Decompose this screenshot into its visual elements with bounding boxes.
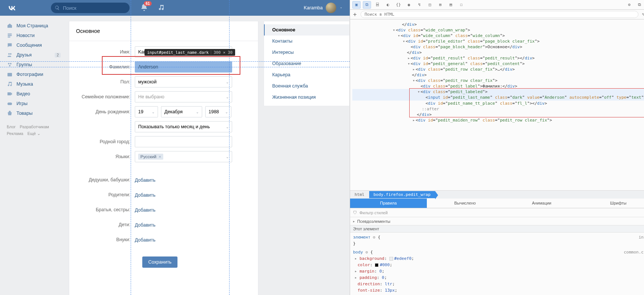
search-icon xyxy=(55,5,60,10)
svg-point-1 xyxy=(10,53,12,55)
svg-point-4 xyxy=(9,65,10,67)
surname-input[interactable] xyxy=(135,61,232,73)
bd-show-select[interactable]: Показывать только месяц и день⌄ xyxy=(135,121,232,132)
nav-item-news[interactable]: Новости xyxy=(7,31,67,40)
languages-select[interactable]: Русский×⌄ xyxy=(135,151,232,162)
music-icon xyxy=(7,81,13,87)
add-children[interactable]: Добавить xyxy=(135,222,155,228)
devtools-panel: ▣ ⧉ ⌸ ◐ {} ◉ ↯ ◫ ⊞ ▤ ☐ ⚙ ⧉ ✕ + ✎ 👁 </ xyxy=(350,0,644,295)
marital-select[interactable]: Не выбрано⌄ xyxy=(135,91,232,102)
tool-button[interactable]: ◫ xyxy=(426,1,434,9)
css-rules: элемент ⊙ {inline } body ⊙ {common.css:1… xyxy=(350,233,644,295)
pseudo-section[interactable]: ▸Псевдоэлементы xyxy=(350,217,644,225)
add-grandchildren[interactable]: Добавить xyxy=(135,237,155,243)
new-node-button[interactable]: + xyxy=(353,11,357,18)
nav-item-photo[interactable]: Фотографии xyxy=(7,70,67,79)
nav-item-groups[interactable]: Группы xyxy=(7,60,67,70)
profile-edit-panel: Основное Имя: Фамилия: Пол: мужской⌄ Сем… xyxy=(69,21,258,295)
nav-item-music[interactable]: Музыка xyxy=(7,79,67,89)
games-icon xyxy=(7,101,13,107)
chevron-down-icon xyxy=(339,6,343,10)
home-icon xyxy=(7,23,13,29)
devtools-toolbar: ▣ ⧉ ⌸ ◐ {} ◉ ↯ ◫ ⊞ ▤ ☐ ⚙ ⧉ ✕ xyxy=(350,0,644,10)
settings-tab[interactable]: Военная служба xyxy=(264,80,349,92)
tool-button[interactable]: ↯ xyxy=(415,1,423,9)
tool-button[interactable]: ◐ xyxy=(384,1,392,9)
style-tab[interactable]: Шрифты xyxy=(580,199,644,208)
add-grandparents[interactable]: Добавить xyxy=(135,178,155,183)
label-grandparents: Дедушки, бабушки: xyxy=(77,177,135,182)
settings-tabs: ОсновноеКонтактыИнтересыОбразованиеКарье… xyxy=(264,21,350,106)
groups-icon xyxy=(7,62,13,68)
tool-button[interactable]: ▤ xyxy=(447,1,455,9)
svg-point-2 xyxy=(8,63,9,64)
bd-month-select[interactable]: Декабря⌄ xyxy=(161,106,202,117)
left-nav: Моя СтраницаНовостиСообщенияДрузья2Групп… xyxy=(0,21,67,295)
settings-button[interactable]: ⚙ xyxy=(625,1,633,9)
notifications-button[interactable]: 61 xyxy=(140,3,148,13)
photo-icon xyxy=(7,71,13,77)
music-button[interactable] xyxy=(158,4,165,12)
tool-button[interactable]: ◉ xyxy=(405,1,413,9)
section-header: Этот элемент xyxy=(350,225,644,233)
breadcrumb-item[interactable]: html xyxy=(350,191,369,198)
save-button[interactable]: Сохранить xyxy=(142,256,177,268)
nav-item-friends[interactable]: Друзья2 xyxy=(7,50,67,60)
nav-item-msg[interactable]: Сообщения xyxy=(7,40,67,50)
settings-tab[interactable]: Интересы xyxy=(264,47,349,58)
inspector-tooltip: input#pedit_last_name.dark300 × 30 xyxy=(145,49,235,56)
video-icon xyxy=(7,91,13,97)
inspector-pick-button[interactable]: ▣ xyxy=(352,1,361,9)
style-tabs: ПравилаВычисленоАнимацииШрифты xyxy=(350,199,644,208)
search-input[interactable]: Поиск xyxy=(51,3,130,13)
edit-button[interactable]: ✎ xyxy=(642,12,644,17)
style-tab[interactable]: Анимации xyxy=(503,199,580,208)
hometown-input[interactable] xyxy=(135,136,232,147)
settings-tab[interactable]: Карьера xyxy=(264,69,349,80)
news-icon xyxy=(7,33,13,39)
nav-item-home[interactable]: Моя Страница xyxy=(7,21,67,31)
settings-tab[interactable]: Контакты xyxy=(264,36,349,47)
label-grandchildren: Внуки: xyxy=(77,237,135,242)
svg-rect-8 xyxy=(7,102,12,105)
tool-button[interactable]: ⊞ xyxy=(436,1,444,9)
tool-button[interactable]: {} xyxy=(394,1,402,9)
dom-tree[interactable]: </div> ▾<div class="wide_column_wrap"> ▾… xyxy=(350,19,644,190)
html-search-input[interactable] xyxy=(361,11,638,18)
label-surname: Фамилия: xyxy=(77,64,135,70)
dock-button[interactable]: ⧉ xyxy=(635,1,644,9)
svg-rect-7 xyxy=(7,92,11,95)
nav-item-market[interactable]: Товары xyxy=(7,108,67,118)
notification-badge: 61 xyxy=(144,1,152,6)
svg-point-3 xyxy=(10,63,12,64)
style-filter[interactable]: ⛉Фильтр стилей + xyxy=(350,208,644,217)
tool-button[interactable]: ☐ xyxy=(457,1,465,9)
breadcrumb: htmlbody.firefox.pedit_wrap xyxy=(350,190,644,199)
bd-day-select[interactable]: 19⌄ xyxy=(135,106,158,117)
settings-tab[interactable]: Образование xyxy=(264,58,349,69)
remove-tag-icon[interactable]: × xyxy=(159,154,161,159)
tool-button[interactable]: ⌸ xyxy=(373,1,382,9)
label-hometown: Родной город: xyxy=(77,139,135,144)
svg-point-6 xyxy=(9,74,10,76)
bd-year-select[interactable]: 1988⌄ xyxy=(205,106,231,117)
user-menu[interactable]: Karamba xyxy=(304,3,343,13)
nav-item-video[interactable]: Видео xyxy=(7,89,67,99)
label-name: Имя: xyxy=(77,49,135,55)
responsive-button[interactable]: ⧉ xyxy=(363,1,371,9)
page-title: Основное xyxy=(69,21,258,41)
nav-item-games[interactable]: Игры xyxy=(7,99,67,108)
style-tab[interactable]: Правила xyxy=(350,199,427,208)
settings-tab[interactable]: Основное xyxy=(264,24,349,36)
add-siblings[interactable]: Добавить xyxy=(135,208,155,213)
label-marital: Семейное положение: xyxy=(77,94,135,99)
music-icon xyxy=(158,4,165,11)
gender-select[interactable]: мужской⌄ xyxy=(135,76,232,87)
add-parents[interactable]: Добавить xyxy=(135,193,155,198)
search-placeholder: Поиск xyxy=(63,5,76,11)
breadcrumb-item[interactable]: body.firefox.pedit_wrap xyxy=(369,191,435,198)
label-birthday: День рождения: xyxy=(77,109,135,114)
label-parents: Родители: xyxy=(77,192,135,197)
settings-tab[interactable]: Жизненная позиция xyxy=(264,92,349,103)
style-tab[interactable]: Вычислено xyxy=(427,199,504,208)
